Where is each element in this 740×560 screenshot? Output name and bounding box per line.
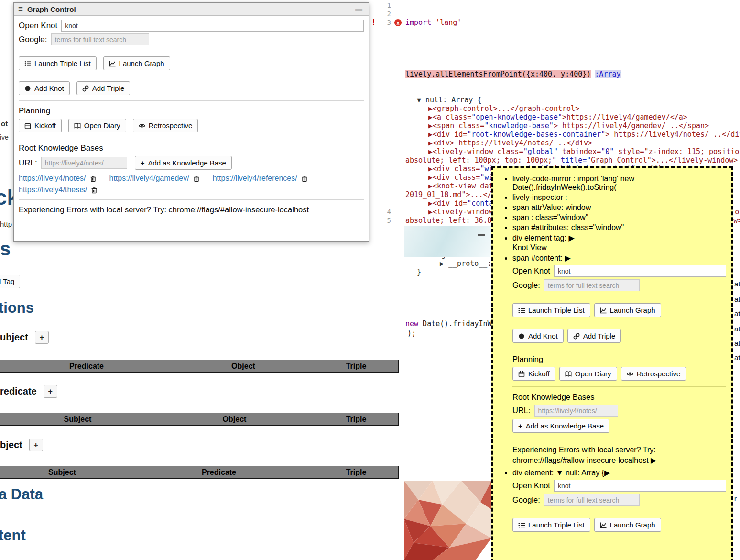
- knowledge-base-entry: https://lively4/thesis/: [19, 186, 98, 194]
- code-line[interactable]: [405, 44, 740, 53]
- launch-graph-button[interactable]: Launch Graph: [594, 518, 661, 532]
- open-diary-button[interactable]: Open Diary: [559, 367, 617, 381]
- occluded-text-fragment: at: [734, 353, 740, 362]
- knowledge-base-entry: https://lively4/references/: [213, 174, 308, 183]
- eye-icon: [627, 371, 633, 377]
- button-label: Open Diary: [575, 370, 611, 378]
- trash-icon[interactable]: [301, 175, 308, 182]
- add-tag-button-fragment[interactable]: d Tag: [0, 275, 20, 288]
- add-knot-button[interactable]: Add Knot: [512, 329, 564, 343]
- eye-icon: [139, 122, 145, 129]
- separator: [512, 512, 726, 512]
- knowledge-base-link[interactable]: https://lively4/thesis/: [19, 186, 87, 194]
- occluded-text-fragment: at: [734, 325, 740, 333]
- circle-icon: [24, 85, 31, 92]
- line-number: 1: [377, 1, 391, 10]
- open-knot-input[interactable]: [61, 20, 364, 32]
- subject-section-row: ubject +: [0, 331, 49, 344]
- expand-arrow-icon[interactable]: ▶: [651, 456, 656, 464]
- window-titlebar[interactable]: ≡ Graph Control —: [14, 3, 369, 16]
- knowledge-base-link[interactable]: https://lively4/gamedev/: [109, 174, 189, 183]
- predicate-heading-fragment: redicate: [0, 386, 37, 397]
- window-photo-fragment: [404, 226, 493, 257]
- button-label: Launch Graph: [610, 306, 655, 314]
- type-annotation[interactable]: :Array: [595, 70, 620, 78]
- add-object-button[interactable]: +: [29, 439, 43, 451]
- trash-icon[interactable]: [91, 187, 98, 194]
- inspector-line[interactable]: ▶<span class="knowledge-base"> https://l…: [405, 121, 740, 130]
- launch-triple-list-button[interactable]: Launch Triple List: [19, 56, 97, 70]
- launch-triple-list-button[interactable]: Launch Triple List: [512, 303, 590, 317]
- google-label: Google:: [19, 35, 47, 44]
- add-triple-button[interactable]: Add Triple: [76, 81, 131, 95]
- inspector-line[interactable]: ▶<graph-control>...</graph-control>: [405, 104, 740, 113]
- trash-icon[interactable]: [193, 175, 200, 182]
- inspector-line[interactable]: ▼ null: Array {: [405, 96, 740, 104]
- circle-icon: [518, 333, 525, 340]
- button-label: Launch Triple List: [34, 59, 91, 67]
- add-subject-button[interactable]: +: [35, 331, 49, 344]
- calendar-icon: [24, 122, 31, 129]
- separator: [512, 297, 726, 297]
- tooltip-item-text: span #content: ▶: [512, 254, 571, 262]
- knot-view-title-line: Knot View: [512, 243, 726, 252]
- kb-url-input[interactable]: [41, 157, 127, 169]
- retrospective-button[interactable]: Retrospective: [621, 367, 686, 381]
- add-knot-button[interactable]: Add Knot: [19, 81, 70, 95]
- tooltip-item: lively-code-mirror : import 'lang' new D…: [512, 175, 726, 192]
- knowledge-base-link[interactable]: https://lively4/notes/: [19, 174, 86, 183]
- kickoff-button[interactable]: Kickoff: [19, 119, 62, 132]
- add-predicate-button[interactable]: +: [44, 385, 57, 398]
- kickoff-button[interactable]: Kickoff: [512, 367, 555, 381]
- root-kb-label: Root Knowledge Bases: [512, 393, 726, 402]
- tooltip-item: div element: ▼ null: Array {▶ Open Knot …: [512, 468, 726, 532]
- minimize-dash-fragment: [478, 234, 485, 236]
- add-knowledge-base-button[interactable]: + Add as Knowledge Base: [135, 156, 232, 170]
- inspector-line[interactable]: ▶<div id="root-knowledge-bases-container…: [405, 130, 740, 139]
- code-line[interactable]: import 'lang': [405, 18, 740, 27]
- google-search-input[interactable]: [544, 494, 640, 506]
- wallpaper-image: [404, 481, 491, 560]
- open-diary-button[interactable]: Open Diary: [68, 119, 126, 132]
- inspector-line[interactable]: ▶<a class="open-knowledge-base">https://…: [405, 113, 740, 121]
- table-header-cell: Subject: [0, 466, 124, 479]
- code-token: Date().fridayInW: [418, 319, 492, 328]
- separator: [19, 138, 364, 138]
- code-line-error[interactable]: lively.allElementsFromPoint({x:400, y:40…: [405, 70, 740, 78]
- launch-triple-list-button[interactable]: Launch Triple List: [512, 518, 590, 532]
- graph-control-window[interactable]: ≡ Graph Control — Open Knot Google: Laun…: [13, 2, 369, 242]
- open-knot-label: Open Knot: [19, 21, 57, 31]
- subject-heading-fragment: ubject: [0, 332, 28, 343]
- book-icon: [565, 371, 572, 377]
- button-label: Launch Graph: [610, 521, 655, 529]
- add-knowledge-base-button[interactable]: + Add as Knowledge Base: [512, 419, 609, 433]
- knowledge-base-link[interactable]: https://lively4/references/: [213, 174, 297, 183]
- launch-graph-button[interactable]: Launch Graph: [594, 303, 661, 317]
- add-triple-button[interactable]: Add Triple: [567, 329, 621, 343]
- button-label: Launch Triple List: [528, 521, 585, 529]
- knowledge-base-entry: https://lively4/notes/: [19, 174, 97, 183]
- embedded-graph-control: Open Knot Google: Launch Triple List Lau: [512, 265, 726, 465]
- desktop: { "window": { "title": "Graph Control", …: [0, 0, 740, 560]
- google-search-input[interactable]: [51, 33, 149, 45]
- open-knot-input[interactable]: [554, 265, 726, 277]
- google-search-input[interactable]: [544, 279, 640, 291]
- link-icon: [82, 85, 89, 92]
- google-label: Google:: [512, 281, 540, 290]
- hamburger-icon[interactable]: ≡: [18, 4, 23, 14]
- minimize-button[interactable]: —: [353, 5, 364, 13]
- open-knot-input[interactable]: [554, 480, 726, 492]
- calendar-icon: [518, 371, 525, 377]
- list-icon: [518, 522, 525, 528]
- retrospective-button[interactable]: Retrospective: [133, 119, 198, 132]
- inspector-line[interactable]: absolute; left: 100px; top: 100px;" titl…: [405, 156, 740, 165]
- inspector-line[interactable]: ▶<div> https://lively4/notes/ ..</div>: [405, 139, 740, 147]
- kb-url-input[interactable]: [534, 405, 618, 417]
- inspector-line[interactable]: ▶<lively-window class="global" tabindex=…: [405, 147, 740, 156]
- tooltip-item: span #attributes: class="window": [512, 223, 726, 232]
- window-title: Graph Control: [27, 5, 76, 13]
- trash-icon[interactable]: [90, 175, 97, 182]
- line-number: 3: [377, 18, 391, 27]
- chart-icon: [600, 307, 607, 314]
- launch-graph-button[interactable]: Launch Graph: [103, 56, 170, 70]
